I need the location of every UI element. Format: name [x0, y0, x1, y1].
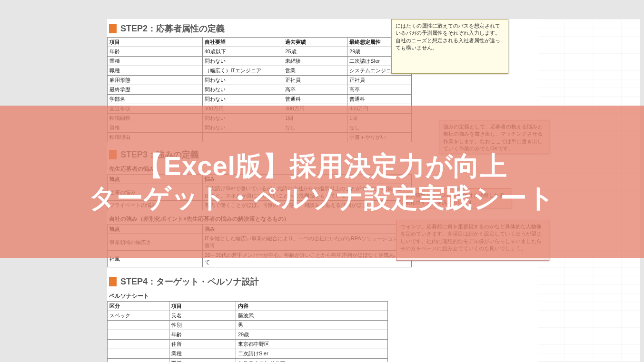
col-category: 区分: [108, 302, 169, 311]
cell[interactable]: [108, 321, 169, 330]
cell[interactable]: [108, 359, 169, 362]
cell[interactable]: 最終学歴: [108, 85, 203, 95]
step2-title: STEP2：応募者属性の定義: [120, 23, 225, 34]
comment-note-top[interactable]: にはたくの属性に敢えてのバスを想定されているバガの予測属性をそれぞれ入力します。…: [391, 19, 508, 74]
cell[interactable]: 正社員: [347, 76, 412, 85]
overlay-line1: 【Excel版】採用決定力が向上: [137, 150, 507, 182]
step4-table[interactable]: 区分 項目 内容 スペック氏名藤波武性別男年齢29歳住所東京都中野区業種二次請け…: [107, 301, 388, 362]
cell[interactable]: 性別: [169, 321, 236, 330]
cell[interactable]: 学部名: [108, 95, 203, 104]
cell[interactable]: 問わない: [202, 76, 283, 85]
cell[interactable]: 未経験: [283, 57, 347, 66]
cell[interactable]: 普通科: [283, 95, 347, 104]
cell[interactable]: 業種: [108, 57, 203, 66]
col-content: 内容: [236, 302, 388, 311]
table-row[interactable]: 雇用形態問わない正社員正社員: [108, 76, 412, 85]
cell[interactable]: [108, 340, 169, 349]
table-row[interactable]: 性別男: [108, 321, 388, 330]
cell[interactable]: 40歳以下: [202, 47, 283, 57]
table-row[interactable]: 職種システムエンジニア: [108, 359, 388, 362]
cell[interactable]: システムエンジニア: [236, 359, 388, 362]
table-row[interactable]: 学部名問わない普通科普通科: [108, 95, 412, 104]
table-row[interactable]: 職種（幅広く）ITエンジニア営業システムエンジニア: [108, 66, 412, 76]
cell[interactable]: 二次請けSier: [236, 349, 388, 359]
cell[interactable]: 職種: [169, 359, 236, 362]
cell[interactable]: [108, 330, 169, 340]
table-header-row: 項目 自社要望 過去実績 最終想定属性: [108, 38, 412, 47]
cell[interactable]: 問わない: [202, 95, 283, 104]
table-header-row: 区分 項目 内容: [108, 302, 388, 311]
cell[interactable]: 営業: [283, 66, 347, 76]
col-past: 過去実績: [283, 38, 347, 47]
cell[interactable]: 業種: [169, 349, 236, 359]
cell[interactable]: 東京都中野区: [236, 340, 388, 349]
cell[interactable]: 25歳: [283, 47, 347, 57]
cell[interactable]: 氏名: [169, 311, 236, 321]
cell[interactable]: 高卒: [347, 85, 412, 95]
cell[interactable]: 年齢: [108, 47, 203, 57]
table-row[interactable]: 最終学歴問わない高卒高卒: [108, 85, 412, 95]
cell[interactable]: 問わない: [202, 85, 283, 95]
overlay-line2: ターゲット・ペルソナ設定実践シート: [89, 182, 555, 214]
cell[interactable]: 高卒: [283, 85, 347, 95]
col-item: 項目: [108, 38, 203, 47]
table-row[interactable]: 住所東京都中野区: [108, 340, 388, 349]
table-row[interactable]: 業種問わない未経験二次請けSIer: [108, 57, 412, 66]
note-text: にはたくの属性に敢えてのバスを想定されているバガの予測属性をそれぞれ入力します。…: [396, 23, 500, 50]
cell[interactable]: 問わない: [202, 57, 283, 66]
step-marker-icon: [109, 277, 117, 286]
cell[interactable]: 職種: [108, 66, 203, 76]
cell[interactable]: 藤波武: [236, 311, 388, 321]
cell[interactable]: 住所: [169, 340, 236, 349]
cell[interactable]: [108, 349, 169, 359]
step4-header: STEP4：ターゲット・ペルソナ設計: [107, 272, 538, 290]
table-row[interactable]: 年齢40歳以下25歳29歳: [108, 47, 412, 57]
table-row[interactable]: スペック氏名藤波武: [108, 311, 388, 321]
cell[interactable]: （幅広く）ITエンジニア: [202, 66, 283, 76]
cell[interactable]: 29歳: [236, 330, 388, 340]
table-row[interactable]: 業種二次請けSier: [108, 349, 388, 359]
cell[interactable]: 普通科: [347, 95, 412, 104]
title-overlay: 【Excel版】採用決定力が向上 ターゲット・ペルソナ設定実践シート: [0, 106, 644, 258]
cell[interactable]: 正社員: [283, 76, 347, 85]
col-req: 自社要望: [202, 38, 283, 47]
cell[interactable]: 年齢: [169, 330, 236, 340]
step-marker-icon: [109, 24, 117, 33]
cell[interactable]: 男: [236, 321, 388, 330]
col-item: 項目: [169, 302, 236, 311]
cell[interactable]: スペック: [108, 311, 169, 321]
cell[interactable]: 雇用形態: [108, 76, 203, 85]
table-row[interactable]: 年齢29歳: [108, 330, 388, 340]
step4-subtitle: ペルソナシート: [107, 290, 538, 301]
step4-title: STEP4：ターゲット・ペルソナ設計: [120, 276, 259, 287]
